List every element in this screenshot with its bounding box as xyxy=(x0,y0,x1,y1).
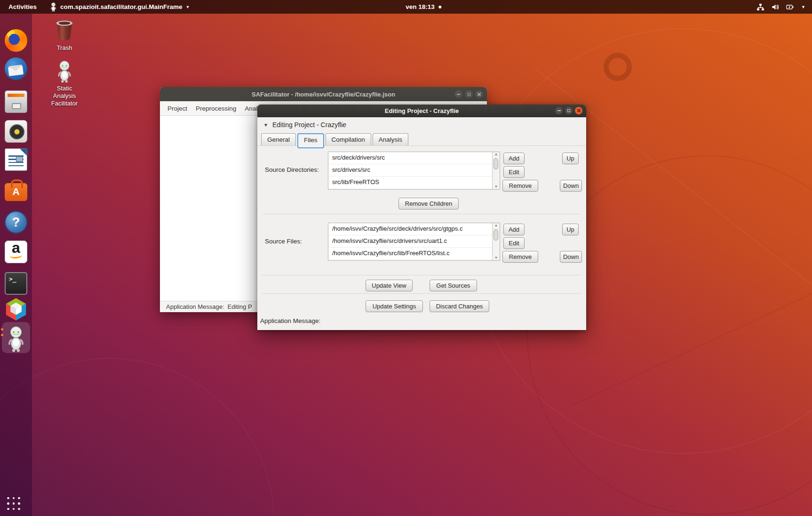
list-item[interactable]: /home/isvv/Crazyflie/src/utils/src/filte… xyxy=(328,260,492,260)
robot-icon xyxy=(56,60,73,83)
get-sources-button[interactable]: Get Sources xyxy=(430,280,477,291)
source-files-label: Source Files: xyxy=(265,238,302,245)
dialog-collapse-header[interactable]: ▼ Editing Project - Crazyflie xyxy=(257,117,586,133)
files-remove-button[interactable]: Remove xyxy=(502,251,538,263)
trash-icon xyxy=(55,19,74,42)
dock-item-thunderbird[interactable] xyxy=(5,57,27,80)
dock-item-firefox[interactable] xyxy=(5,29,27,52)
list-item[interactable]: /home/isvv/Crazyflie/src/drivers/src/uar… xyxy=(328,235,492,248)
show-applications-button[interactable] xyxy=(7,497,20,510)
list-item[interactable]: /home/isvv/Crazyflie/src/deck/drivers/sr… xyxy=(328,223,492,235)
dock-item-devtools[interactable] xyxy=(5,297,27,320)
clock-label: ven 18:13 xyxy=(406,3,435,10)
volume-icon xyxy=(772,3,779,11)
close-button[interactable] xyxy=(575,107,582,114)
source-directories-label: Source Directories: xyxy=(265,166,319,173)
scroll-up-icon[interactable]: ▲ xyxy=(494,152,498,157)
files-down-button[interactable]: Down xyxy=(560,251,582,263)
scrollbar-thumb[interactable] xyxy=(494,229,498,241)
list-item[interactable]: src/lib/FreeRTOS xyxy=(328,177,492,189)
dock-item-rhythmbox[interactable] xyxy=(5,120,27,143)
desktop-icon-label: Trash xyxy=(57,44,72,52)
wallpaper-arc xyxy=(0,358,275,516)
dialog-header-label: Editing Project - Crazyflie xyxy=(272,121,346,129)
scroll-down-icon[interactable]: ▼ xyxy=(494,185,498,189)
tab-files[interactable]: Files xyxy=(297,133,324,148)
source-directories-list[interactable]: src/deck/drivers/src src/drivers/src src… xyxy=(328,152,500,190)
source-files-list[interactable]: /home/isvv/Crazyflie/src/deck/drivers/sr… xyxy=(328,223,500,261)
update-view-button[interactable]: Update View xyxy=(366,280,413,291)
maximize-button[interactable] xyxy=(465,90,473,98)
directories-remove-button[interactable]: Remove xyxy=(502,180,538,192)
menu-project[interactable]: Project xyxy=(167,105,187,112)
app-menu-label: com.spazioit.safacilitator.gui.MainFrame xyxy=(60,3,183,10)
separator xyxy=(262,275,581,275)
scroll-up-icon[interactable]: ▲ xyxy=(494,223,498,228)
close-button[interactable] xyxy=(475,90,483,98)
network-icon xyxy=(756,3,764,11)
update-settings-button[interactable]: Update Settings xyxy=(366,300,423,312)
dock-item-libreoffice-writer[interactable] xyxy=(5,148,27,171)
minimize-button[interactable] xyxy=(555,107,563,114)
desktop-icon-trash[interactable]: Trash xyxy=(45,19,84,52)
robot-icon xyxy=(6,326,26,352)
software-bag-icon xyxy=(5,183,27,201)
dock-item-terminal[interactable] xyxy=(5,272,27,295)
chevron-down-icon: ▼ xyxy=(186,5,190,9)
status-value: Editing P xyxy=(228,303,252,310)
tab-compilation[interactable]: Compilation xyxy=(326,133,371,145)
discard-changes-button[interactable]: Discard Changes xyxy=(430,300,489,312)
main-window-titlebar[interactable]: SAFacilitator - /home/isvv/Crazyflie/Cra… xyxy=(160,87,487,101)
desktop: Activities com.spazioit.safacilitator.gu… xyxy=(0,0,812,516)
tab-analysis[interactable]: Analysis xyxy=(373,133,408,145)
files-add-button[interactable]: Add xyxy=(503,224,525,235)
document-icon xyxy=(5,148,27,171)
running-indicator-dot xyxy=(1,328,3,331)
file-cabinet-icon xyxy=(5,90,27,113)
scrollbar[interactable]: ▲ ▼ xyxy=(492,223,500,260)
firefox-icon xyxy=(5,29,27,52)
dialog-titlebar[interactable]: Editing Project - Crazyflie xyxy=(257,105,586,117)
files-up-button[interactable]: Up xyxy=(562,224,579,235)
main-window-title: SAFacilitator - /home/isvv/Crazyflie/Cra… xyxy=(252,91,395,98)
list-item[interactable]: src/deck/drivers/src xyxy=(328,152,492,164)
list-item[interactable]: /home/isvv/Crazyflie/src/lib/FreeRTOS/li… xyxy=(328,248,492,260)
dock-item-amazon[interactable] xyxy=(5,241,27,263)
list-item[interactable]: src/drivers/src xyxy=(328,164,492,177)
maximize-button[interactable] xyxy=(565,107,573,114)
running-indicator-dot xyxy=(1,334,3,336)
dock-item-help[interactable] xyxy=(5,211,27,234)
triangle-down-icon: ▼ xyxy=(263,122,268,128)
terminal-icon xyxy=(5,272,27,295)
directories-edit-button[interactable]: Edit xyxy=(503,166,525,178)
list-item[interactable]: src/utils/src xyxy=(328,189,492,189)
dock-item-safacilitator[interactable] xyxy=(5,326,27,352)
desktop-icon-label: Static Analysis Facilitator xyxy=(46,85,83,107)
tab-general[interactable]: General xyxy=(261,133,296,145)
scrollbar[interactable]: ▲ ▼ xyxy=(492,152,500,189)
editing-project-dialog: Editing Project - Crazyflie ▼ Editing Pr… xyxy=(257,105,586,330)
dock-item-ubuntu-software[interactable] xyxy=(5,179,27,202)
directories-up-button[interactable]: Up xyxy=(562,153,579,164)
files-edit-button[interactable]: Edit xyxy=(503,237,525,249)
system-tray[interactable]: ▼ xyxy=(756,0,805,14)
directories-add-button[interactable]: Add xyxy=(503,153,525,164)
remove-children-button[interactable]: Remove Children xyxy=(398,198,459,210)
directories-down-button[interactable]: Down xyxy=(560,180,582,192)
tab-bar: General Files Compilation Analysis xyxy=(261,133,582,148)
scroll-down-icon[interactable]: ▼ xyxy=(494,256,498,260)
dialog-app-message-label: Application Message: xyxy=(260,317,320,324)
status-label: Application Message: xyxy=(166,303,224,310)
scrollbar-thumb[interactable] xyxy=(494,158,498,169)
dock-item-files[interactable] xyxy=(5,90,27,113)
activities-button[interactable]: Activities xyxy=(0,0,45,14)
top-bar: Activities com.spazioit.safacilitator.gu… xyxy=(0,0,812,14)
desktop-icon-safacilitator[interactable]: Static Analysis Facilitator xyxy=(45,60,84,107)
menu-preprocessing[interactable]: Preprocessing xyxy=(196,105,236,112)
battery-icon xyxy=(786,3,794,11)
thunderbird-icon xyxy=(5,57,27,80)
app-menu[interactable]: com.spazioit.safacilitator.gui.MainFrame… xyxy=(45,0,195,14)
notification-dot-icon xyxy=(438,6,441,8)
minimize-button[interactable] xyxy=(454,90,462,98)
clock-button[interactable]: ven 18:13 xyxy=(406,3,441,10)
